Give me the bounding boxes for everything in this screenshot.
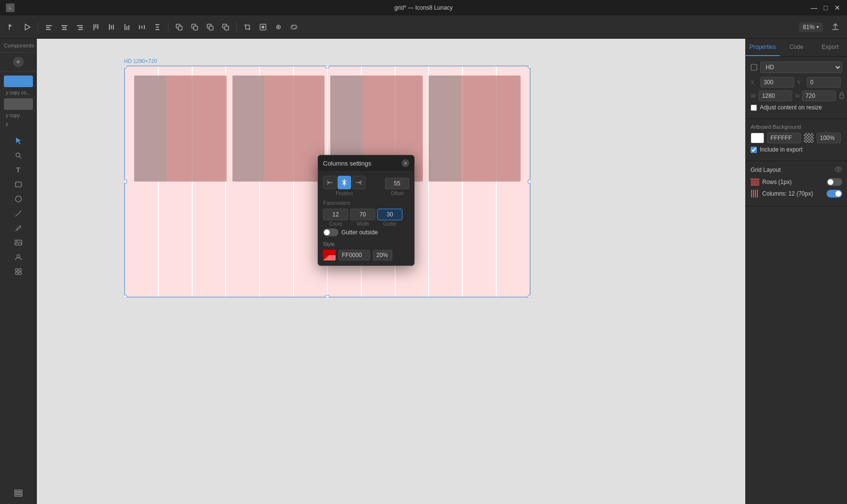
h-input[interactable] — [802, 91, 836, 101]
tab-properties[interactable]: Properties — [746, 39, 780, 56]
position-left-button[interactable] — [323, 176, 337, 189]
bg-color-input[interactable] — [767, 133, 801, 143]
detach-button[interactable] — [287, 20, 301, 34]
avatar-tool[interactable] — [12, 250, 25, 264]
ellipse-tool[interactable] — [12, 192, 25, 206]
cols-toggle[interactable] — [827, 190, 842, 198]
content-block-1 — [134, 76, 227, 182]
align-left-button[interactable] — [42, 20, 56, 34]
svg-rect-9 — [78, 29, 83, 30]
w-input[interactable] — [758, 91, 792, 101]
mask-button[interactable] — [256, 20, 270, 34]
close-button[interactable]: ✕ — [833, 4, 841, 12]
svg-rect-18 — [128, 25, 129, 30]
position-center-button[interactable] — [338, 176, 351, 189]
component-button[interactable] — [272, 20, 285, 34]
grid-visibility-toggle[interactable] — [834, 166, 842, 174]
distribute-v-button[interactable] — [151, 20, 164, 34]
svg-rect-16 — [124, 24, 125, 30]
layers-panel-toggle[interactable] — [12, 487, 25, 500]
style-opacity-input[interactable] — [373, 250, 392, 260]
svg-rect-49 — [19, 272, 21, 275]
svg-rect-32 — [225, 26, 229, 30]
bg-opacity-input[interactable] — [816, 133, 841, 143]
grid-layout-section: Grid Layout Rows (1px) Columns: 12 (70px… — [746, 161, 847, 206]
gutter-input[interactable] — [377, 209, 402, 220]
width-input[interactable] — [350, 209, 375, 220]
params-title: Parameters — [323, 200, 409, 206]
right-panel: Properties Code Export HD X Y — [745, 39, 847, 504]
align-center-button[interactable] — [58, 20, 71, 34]
toolbar-icon-play[interactable] — [20, 20, 34, 34]
cols-item-row: Columns: 12 (70px) — [751, 189, 842, 198]
component-tool[interactable] — [12, 265, 25, 278]
rect-tool[interactable] — [12, 178, 25, 191]
width-label: Width — [356, 221, 369, 227]
tab-code[interactable]: Code — [780, 39, 814, 56]
svg-rect-11 — [95, 24, 96, 28]
svg-rect-8 — [79, 27, 83, 28]
zoom-tool[interactable] — [12, 149, 25, 162]
upload-button[interactable] — [829, 20, 842, 34]
align-right-button[interactable] — [73, 20, 87, 34]
boolean-exclude-button[interactable] — [219, 20, 232, 34]
component-item-1[interactable] — [4, 76, 33, 87]
pen-tool[interactable] — [12, 221, 25, 235]
modal-header[interactable]: Columns settings ✕ — [318, 155, 414, 171]
distribute-h-button[interactable] — [135, 20, 149, 34]
maximize-button[interactable]: □ — [822, 4, 830, 12]
boolean-union-button[interactable] — [172, 20, 186, 34]
svg-rect-51 — [15, 492, 22, 494]
artboard-select-wrapper[interactable]: HD — [760, 61, 842, 73]
count-input[interactable] — [323, 209, 348, 220]
image-tool[interactable] — [12, 236, 25, 249]
align-top-button[interactable] — [89, 20, 102, 34]
component-item-2[interactable] — [4, 98, 33, 110]
minimize-button[interactable]: — — [810, 4, 818, 12]
svg-point-36 — [277, 26, 279, 28]
svg-marker-37 — [16, 137, 21, 144]
svg-rect-67 — [840, 95, 844, 98]
add-component-button[interactable]: + — [13, 57, 24, 67]
window-title: grid* — Icons8 Lunacy — [394, 4, 453, 11]
gutter-outside-toggle[interactable] — [323, 229, 339, 236]
svg-rect-7 — [77, 25, 83, 26]
bg-color-swatch[interactable] — [751, 133, 764, 143]
x-input[interactable] — [760, 77, 794, 88]
modal-close-button[interactable]: ✕ — [401, 159, 409, 167]
grid-layout-header: Grid Layout — [751, 166, 842, 174]
checkerboard-icon[interactable] — [804, 133, 814, 143]
adjust-content-label: Adjust content on resize — [760, 104, 822, 111]
tab-export[interactable]: Export — [813, 39, 847, 56]
select-tool[interactable] — [12, 134, 25, 148]
modal-title: Columns settings — [323, 160, 371, 167]
text-tool[interactable]: T — [12, 163, 25, 177]
svg-rect-66 — [751, 64, 757, 70]
style-color-input[interactable] — [339, 250, 370, 260]
include-export-checkbox[interactable] — [751, 147, 757, 153]
columns-settings-modal[interactable]: Columns settings ✕ — [318, 155, 415, 266]
svg-rect-21 — [141, 26, 142, 29]
canvas-area[interactable]: HD 1280×720 — [37, 39, 745, 504]
svg-rect-2 — [46, 27, 50, 28]
align-bottom-button[interactable] — [120, 20, 133, 34]
boolean-intersect-button[interactable] — [203, 20, 217, 34]
zoom-control[interactable]: 81% ▾ — [799, 22, 823, 32]
y-input[interactable] — [807, 77, 841, 88]
boolean-subtract-button[interactable] — [188, 20, 201, 34]
line-tool[interactable] — [12, 207, 25, 220]
crop-button[interactable] — [241, 20, 254, 34]
align-middle-button[interactable] — [104, 20, 118, 34]
component-item-3-label: y — [2, 119, 34, 128]
count-group: Count — [323, 209, 348, 227]
offset-input[interactable] — [385, 178, 409, 189]
artboard-select-row: HD — [751, 61, 842, 73]
adjust-content-checkbox[interactable] — [751, 105, 757, 111]
style-color-swatch[interactable] — [323, 250, 336, 260]
artboard-preset-select[interactable]: HD — [760, 61, 842, 73]
position-right-button[interactable] — [352, 176, 366, 189]
toolbar-icon-flag[interactable] — [5, 20, 18, 34]
rows-toggle[interactable] — [827, 178, 842, 186]
modal-body: Position Offset Parameters Count — [318, 171, 414, 265]
lock-aspect-icon[interactable] — [839, 92, 845, 100]
